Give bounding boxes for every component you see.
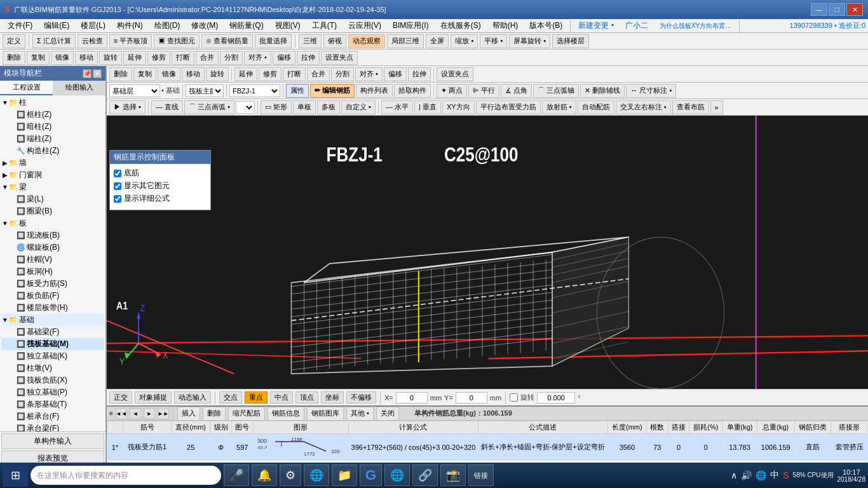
menu-version[interactable]: 版本号(B) [524,19,567,32]
center-button[interactable]: 中点 [270,391,293,403]
fullscreen-button[interactable]: 全屏 [426,34,449,48]
copy-button[interactable]: 复制 [27,51,50,65]
xy-btn[interactable]: XY方向 [442,100,475,114]
show-other-checkbox[interactable] [114,182,121,190]
scale-rebar-button[interactable]: 缩尺配筋 [228,407,265,421]
batch-select-button[interactable]: 批量选择 [255,34,292,48]
cross-layout-btn[interactable]: 交叉左右标注 • [616,100,671,114]
network-icon[interactable]: 🌐 [756,470,766,480]
break-button[interactable]: 打断 [172,51,194,65]
line-btn[interactable]: — 直线 [151,100,183,114]
menu-modify[interactable]: 修改(M) [186,19,223,32]
tree-item-corbel-beam[interactable]: 🔲 承台梁(F) [1,423,104,431]
two-points-button[interactable]: ✦ 两点 [437,84,467,98]
snap-button[interactable]: 对象捕捉 [135,391,172,403]
tree-item-wall[interactable]: ▶ 📁 墙 [1,157,104,169]
tree-item-beam[interactable]: ▼ 📁 梁 [1,181,104,193]
table-row[interactable]: 1* 筏板受力筋1 25 Φ 597 300 1188 [107,434,868,461]
component-select[interactable]: FBZJ-1 [229,85,280,97]
menu-file[interactable]: 文件(F) [3,19,37,32]
ime-icon[interactable]: 中 [770,470,779,481]
multi-plate-btn[interactable]: 多板 [317,100,340,114]
extend-button[interactable]: 延伸 [123,51,146,65]
view-rebar-button[interactable]: ⊙ 查看钢筋量 [201,34,253,48]
ortho-button[interactable]: 正交 [109,391,132,403]
vertex-button[interactable]: 顶点 [295,391,318,403]
merge-sub-button[interactable]: 合并 [307,67,330,81]
menu-online[interactable]: 在线服务(S) [435,19,486,32]
top-view-button[interactable]: 俯视 [323,34,346,48]
tree-item-raft-rebar[interactable]: 🔲 筏板负筋(X) [1,374,104,386]
menu-new-change[interactable]: 新建变更 • [573,19,619,32]
copy-sub-button[interactable]: 复制 [133,67,156,81]
start-button[interactable]: ⊞ [3,464,28,487]
tree-item-strip-found[interactable]: 🔲 条形基础(T) [1,398,104,410]
menu-assistant[interactable]: 广小二 [620,19,653,32]
edit-rebar-button[interactable]: ✏ 编辑钢筋 [310,84,355,98]
mirror-sub-button[interactable]: 镜像 [158,67,180,81]
tree-item-foundation[interactable]: ▼ 📁 基础 [1,314,104,326]
rebar-info-button[interactable]: 钢筋信息 [268,407,304,421]
align-sub-button[interactable]: 对齐 • [355,67,383,81]
menu-cloud[interactable]: 云应用(V) [343,19,386,32]
mirror-button[interactable]: 镜像 [51,51,74,65]
tree-item-hole[interactable]: 🔲 板洞(H) [1,266,104,278]
taskbar-app-label[interactable]: 链接 [468,464,494,486]
stretch-sub-button[interactable]: 拉伸 [408,67,431,81]
rotate-input[interactable] [537,392,575,403]
local-3d-button[interactable]: 局部三维 [387,34,424,48]
trim-sub-button[interactable]: 修剪 [259,67,281,81]
sidebar-tab-drawing[interactable]: 绘图输入 [53,81,105,95]
dynamic-input-button[interactable]: 动态输入 [174,391,211,403]
single-component-input-button[interactable]: 单构件输入 [1,433,104,449]
rect-btn[interactable]: ▭ 矩形 [261,100,292,114]
close-button[interactable]: ✕ [846,3,863,16]
parallel-layout-btn[interactable]: 平行边布置受力筋 [476,100,541,114]
sidebar-pin-button[interactable]: 📌 [83,69,92,78]
tree-item-cap[interactable]: 🔲 柱帽(V) [1,254,104,266]
single-plate-btn[interactable]: 单板 [293,100,316,114]
other-button[interactable]: 其他 • [346,407,374,421]
tree-item-door-window[interactable]: ▶ 📁 门窗洞 [1,169,104,181]
rotate-button[interactable]: 旋转 [99,51,122,65]
arc-btn[interactable]: ⌒ 三点画弧 • [184,100,234,114]
dynamic-view-button[interactable]: 动态观察 [348,34,385,48]
property-button[interactable]: 属性 [286,84,309,98]
auto-layout-btn[interactable]: 自动配筋 [578,100,614,114]
tree-item-slab[interactable]: ▼ 📁 板 [1,217,104,229]
menu-draw[interactable]: 绘图(D) [149,19,186,32]
merge-button[interactable]: 合并 [196,51,219,65]
find-button[interactable]: ▣ 查找图元 [154,34,200,48]
parallel-button[interactable]: ⊫ 平行 [468,84,499,98]
insert-row-button[interactable]: 插入 [177,407,200,421]
taskbar-mic-button[interactable]: 🎤 [224,464,249,486]
menu-help-link[interactable]: 为什么筏板XY方向布置… [654,20,736,32]
tree-item-pile-cap[interactable]: 🔲 桩承台(F) [1,410,104,423]
taskbar-bell-button[interactable]: 🔔 [252,464,277,486]
tree-item-column-found[interactable]: 🔲 柱墩(V) [1,362,104,374]
tree-item-ind-found2[interactable]: 🔲 独立基础(P) [1,386,104,398]
tree-item-ring-beam[interactable]: 🔲 圈梁(B) [1,205,104,217]
delete-row-button[interactable]: 删除 [203,407,226,421]
show-formula-checkbox[interactable] [114,195,121,203]
taskbar-edge-button[interactable]: 🌐 [384,464,410,486]
menu-help[interactable]: 帮助(H) [487,19,524,32]
tree-item-found-beam[interactable]: 🔲 基础梁(F) [1,326,104,338]
menu-edit[interactable]: 编辑(E) [39,19,74,32]
volume-icon[interactable]: 🔊 [741,470,752,480]
tree-item-end-column[interactable]: 🔲 端柱(Z) [1,133,104,145]
menu-view[interactable]: 视图(V) [270,19,306,32]
split-button[interactable]: 分割 [220,51,243,65]
menu-layer[interactable]: 楼层(L) [76,19,111,32]
bottom-rebar-checkbox[interactable] [114,170,121,177]
resize-handle[interactable]: ≡ [109,410,113,417]
align-button[interactable]: 对齐 • [244,51,271,65]
setpoint-button[interactable]: 设置夹点 [321,51,358,65]
setpoint-sub-button[interactable]: 设置夹点 [437,67,473,81]
tree-item-ind-found[interactable]: 🔲 独立基础(K) [1,350,104,362]
no-snap-button[interactable]: 不偏移 [346,391,376,403]
offset-sub-button[interactable]: 偏移 [384,67,407,81]
pick-component-button[interactable]: 拾取构件 [394,84,431,98]
search-bar[interactable]: 在这里输入你要搜索的内容 [31,466,221,485]
minimize-button[interactable]: — [811,3,827,16]
